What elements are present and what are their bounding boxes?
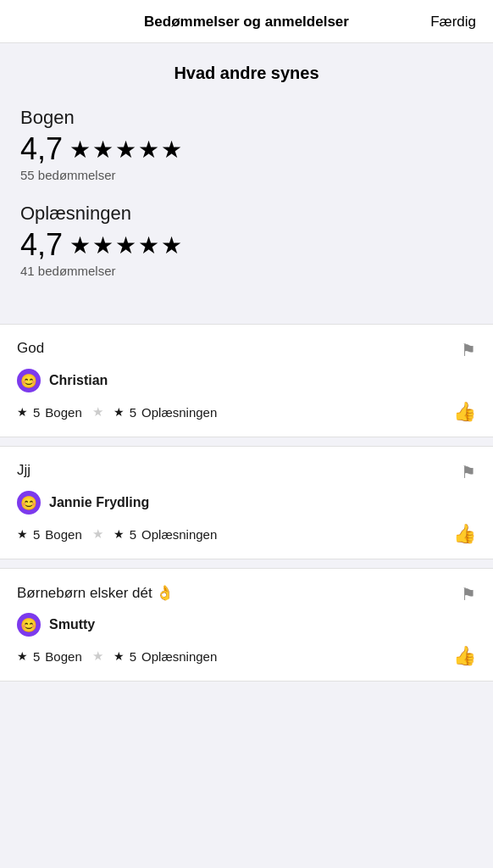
separator-1: ★ xyxy=(92,526,103,542)
review-ratings-1: ★ 5 Bogen ★ ★ 5 Oplæsningen xyxy=(17,526,217,542)
review-footer-1: ★ 5 Bogen ★ ★ 5 Oplæsningen 👍 xyxy=(17,523,476,545)
book-star-1: ★ xyxy=(69,136,91,164)
review-narration-label-0: Oplæsningen xyxy=(141,405,217,420)
avatar-2: 😊 xyxy=(17,613,41,637)
review-ratings-2: ★ 5 Bogen ★ ★ 5 Oplæsningen xyxy=(17,648,217,664)
book-label: Bogen xyxy=(20,107,473,129)
narration-rating-number: 4,7 xyxy=(20,230,63,260)
narration-star-3: ★ xyxy=(115,231,136,259)
review-narration-star-2: ★ xyxy=(114,649,125,663)
narration-rating-block: Oplæsningen 4,7 ★ ★ ★ ★ ★ 41 bedømmelser xyxy=(20,203,473,278)
flag-icon-2[interactable]: ⚑ xyxy=(461,584,476,604)
reviews-list: God ⚑ 😊 Christian ★ 5 Bogen ★ ★ 5 Oplæsn… xyxy=(0,324,493,690)
review-title-2: Børnebørn elsker dét 👌 xyxy=(17,584,461,602)
review-card-1: Jjj ⚑ 😊 Jannie Frydling ★ 5 Bogen ★ ★ 5 … xyxy=(0,446,493,559)
review-book-score-0: 5 xyxy=(33,405,40,420)
review-narration-label-2: Oplæsningen xyxy=(141,649,217,664)
narration-label: Oplæsningen xyxy=(20,203,473,225)
reviewer-row-1: 😊 Jannie Frydling xyxy=(17,491,476,515)
reviewer-name-0: Christian xyxy=(49,373,108,388)
review-card-2: Børnebørn elsker dét 👌 ⚑ 😊 Smutty ★ 5 Bo… xyxy=(0,568,493,682)
avatar-1: 😊 xyxy=(17,491,41,515)
review-book-star-1: ★ xyxy=(17,527,28,541)
separator-2: ★ xyxy=(92,648,103,664)
review-card-0: God ⚑ 😊 Christian ★ 5 Bogen ★ ★ 5 Oplæsn… xyxy=(0,324,493,437)
summary-section: Hvad andre synes Bogen 4,7 ★ ★ ★ ★ ★ 55 … xyxy=(0,43,493,324)
review-narration-label-1: Oplæsningen xyxy=(141,527,217,542)
review-book-star-2: ★ xyxy=(17,649,28,663)
book-rating-row: 4,7 ★ ★ ★ ★ ★ xyxy=(20,134,473,164)
review-book-label-2: Bogen xyxy=(45,649,81,664)
avatar-0: 😊 xyxy=(17,369,41,392)
review-narration-score-1: 5 xyxy=(130,527,136,542)
review-title-0: God xyxy=(17,340,461,357)
review-book-label-0: Bogen xyxy=(45,405,81,420)
review-book-star-0: ★ xyxy=(17,405,28,419)
narration-review-count: 41 bedømmelser xyxy=(20,264,473,278)
book-review-count: 55 bedømmelser xyxy=(20,168,473,182)
book-star-2: ★ xyxy=(92,136,114,164)
book-rating-block: Bogen 4,7 ★ ★ ★ ★ ★ 55 bedømmelser xyxy=(20,107,473,182)
flag-icon-0[interactable]: ⚑ xyxy=(461,340,476,360)
book-star-5: ★ xyxy=(161,136,182,164)
summary-title: Hvad andre synes xyxy=(20,64,473,83)
narration-star-5: ★ xyxy=(161,231,182,259)
narration-star-4: ★ xyxy=(138,231,159,259)
review-narration-star-1: ★ xyxy=(114,527,125,541)
book-star-4: ★ xyxy=(138,136,159,164)
reviewer-name-2: Smutty xyxy=(49,617,95,632)
narration-rating-row: 4,7 ★ ★ ★ ★ ★ xyxy=(20,230,473,260)
narration-stars: ★ ★ ★ ★ ★ xyxy=(69,231,182,259)
book-rating-number: 4,7 xyxy=(20,134,63,164)
review-book-score-1: 5 xyxy=(33,527,40,542)
reviewer-name-1: Jannie Frydling xyxy=(49,495,149,510)
thumbs-up-icon-1[interactable]: 👍 xyxy=(453,523,476,545)
review-title-1: Jjj xyxy=(17,462,461,479)
narration-star-2: ★ xyxy=(92,231,114,259)
review-narration-star-0: ★ xyxy=(114,405,125,419)
book-stars: ★ ★ ★ ★ ★ xyxy=(69,136,182,164)
flag-icon-1[interactable]: ⚑ xyxy=(461,462,476,482)
review-narration-score-0: 5 xyxy=(130,405,136,420)
review-footer-0: ★ 5 Bogen ★ ★ 5 Oplæsningen 👍 xyxy=(17,401,476,423)
book-star-3: ★ xyxy=(115,136,136,164)
reviewer-row-2: 😊 Smutty xyxy=(17,613,476,637)
done-button[interactable]: Færdig xyxy=(425,14,476,31)
narration-star-1: ★ xyxy=(69,231,91,259)
header: Bedømmelser og anmeldelser Færdig xyxy=(0,0,493,43)
thumbs-up-icon-0[interactable]: 👍 xyxy=(453,401,476,423)
review-ratings-0: ★ 5 Bogen ★ ★ 5 Oplæsningen xyxy=(17,404,217,420)
review-footer-2: ★ 5 Bogen ★ ★ 5 Oplæsningen 👍 xyxy=(17,645,476,667)
separator-0: ★ xyxy=(92,404,103,420)
header-title: Bedømmelser og anmeldelser xyxy=(68,14,425,31)
review-header-1: Jjj ⚑ xyxy=(17,462,476,482)
review-header-0: God ⚑ xyxy=(17,340,476,360)
thumbs-up-icon-2[interactable]: 👍 xyxy=(453,645,476,667)
review-header-2: Børnebørn elsker dét 👌 ⚑ xyxy=(17,584,476,604)
review-book-label-1: Bogen xyxy=(45,527,81,542)
reviewer-row-0: 😊 Christian xyxy=(17,369,476,392)
review-narration-score-2: 5 xyxy=(130,649,136,664)
review-book-score-2: 5 xyxy=(33,649,40,664)
